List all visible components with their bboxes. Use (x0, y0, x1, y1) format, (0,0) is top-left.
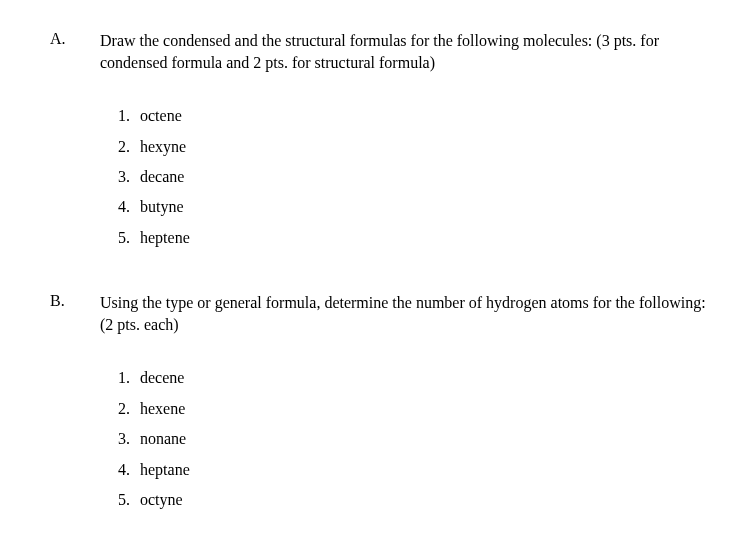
section-a-items: 1. octene 2. hexyne 3. decane 4. butyne … (100, 105, 710, 249)
item-number: 3. (118, 166, 136, 188)
item-text: decene (140, 369, 184, 386)
item-number: 2. (118, 136, 136, 158)
list-item: 1. decene (118, 367, 710, 389)
item-text: butyne (140, 198, 184, 215)
item-number: 1. (118, 367, 136, 389)
list-item: 3. decane (118, 166, 710, 188)
item-number: 1. (118, 105, 136, 127)
section-b-label: B. (50, 292, 100, 519)
section-a-label: A. (50, 30, 100, 257)
list-item: 5. heptene (118, 227, 710, 249)
list-item: 1. octene (118, 105, 710, 127)
item-text: hexyne (140, 138, 186, 155)
item-text: decane (140, 168, 184, 185)
item-number: 2. (118, 398, 136, 420)
section-b-items: 1. decene 2. hexene 3. nonane 4. heptane… (100, 367, 710, 511)
item-number: 5. (118, 489, 136, 511)
item-number: 3. (118, 428, 136, 450)
section-b-content: Using the type or general formula, deter… (100, 292, 710, 519)
item-number: 5. (118, 227, 136, 249)
list-item: 3. nonane (118, 428, 710, 450)
list-item: 2. hexyne (118, 136, 710, 158)
list-item: 4. heptane (118, 459, 710, 481)
item-number: 4. (118, 459, 136, 481)
item-text: nonane (140, 430, 186, 447)
section-a-content: Draw the condensed and the structural fo… (100, 30, 710, 257)
section-a-prompt: Draw the condensed and the structural fo… (100, 30, 710, 73)
item-text: heptene (140, 229, 190, 246)
list-item: 4. butyne (118, 196, 710, 218)
section-a: A. Draw the condensed and the structural… (50, 30, 710, 257)
item-text: octene (140, 107, 182, 124)
item-number: 4. (118, 196, 136, 218)
item-text: heptane (140, 461, 190, 478)
section-b-prompt: Using the type or general formula, deter… (100, 292, 710, 335)
section-b: B. Using the type or general formula, de… (50, 292, 710, 519)
list-item: 5. octyne (118, 489, 710, 511)
item-text: hexene (140, 400, 185, 417)
item-text: octyne (140, 491, 183, 508)
list-item: 2. hexene (118, 398, 710, 420)
